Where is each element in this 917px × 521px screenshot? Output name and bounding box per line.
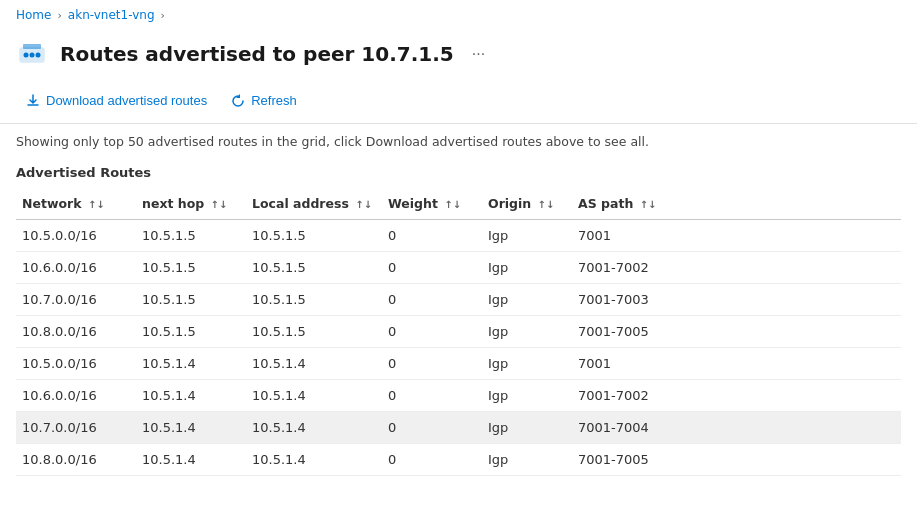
cell-local: 10.5.1.4: [246, 412, 382, 444]
section-title: Advertised Routes: [0, 159, 917, 188]
svg-point-3: [36, 53, 41, 58]
cell-network: 10.5.0.0/16: [16, 348, 136, 380]
table-body: 10.5.0.0/1610.5.1.510.5.1.50Igp700110.6.…: [16, 220, 901, 476]
cell-aspath: 7001-7003: [572, 284, 901, 316]
cell-local: 10.5.1.5: [246, 252, 382, 284]
cell-local: 10.5.1.5: [246, 316, 382, 348]
table-row[interactable]: 10.5.0.0/1610.5.1.510.5.1.50Igp7001: [16, 220, 901, 252]
cell-weight: 0: [382, 348, 482, 380]
cell-origin: Igp: [482, 252, 572, 284]
cell-nexthop: 10.5.1.5: [136, 252, 246, 284]
col-header-network[interactable]: Network ↑↓: [16, 188, 136, 220]
col-header-origin[interactable]: Origin ↑↓: [482, 188, 572, 220]
sort-icon-nexthop: ↑↓: [211, 199, 228, 210]
cell-aspath: 7001-7002: [572, 252, 901, 284]
cell-local: 10.5.1.5: [246, 284, 382, 316]
cell-network: 10.5.0.0/16: [16, 220, 136, 252]
cell-local: 10.5.1.4: [246, 348, 382, 380]
table-row[interactable]: 10.5.0.0/1610.5.1.410.5.1.40Igp7001: [16, 348, 901, 380]
cell-origin: Igp: [482, 316, 572, 348]
cell-origin: Igp: [482, 348, 572, 380]
cell-weight: 0: [382, 380, 482, 412]
cell-network: 10.8.0.0/16: [16, 316, 136, 348]
cell-origin: Igp: [482, 444, 572, 476]
col-header-nexthop[interactable]: next hop ↑↓: [136, 188, 246, 220]
cell-aspath: 7001-7005: [572, 444, 901, 476]
table-row[interactable]: 10.8.0.0/1610.5.1.410.5.1.40Igp7001-7005: [16, 444, 901, 476]
cell-network: 10.8.0.0/16: [16, 444, 136, 476]
download-advertised-routes-button[interactable]: Download advertised routes: [16, 88, 217, 113]
cell-weight: 0: [382, 284, 482, 316]
ellipsis-menu-button[interactable]: ···: [466, 43, 491, 65]
page-title: Routes advertised to peer 10.7.1.5: [60, 42, 454, 66]
cell-aspath: 7001-7002: [572, 380, 901, 412]
col-header-aspath[interactable]: AS path ↑↓: [572, 188, 901, 220]
cell-network: 10.7.0.0/16: [16, 412, 136, 444]
table-row[interactable]: 10.8.0.0/1610.5.1.510.5.1.50Igp7001-7005: [16, 316, 901, 348]
sort-icon-aspath: ↑↓: [640, 199, 657, 210]
table-row[interactable]: 10.7.0.0/1610.5.1.510.5.1.50Igp7001-7003: [16, 284, 901, 316]
cell-nexthop: 10.5.1.4: [136, 348, 246, 380]
cell-nexthop: 10.5.1.5: [136, 284, 246, 316]
cell-weight: 0: [382, 412, 482, 444]
info-text: Showing only top 50 advertised routes in…: [0, 124, 917, 159]
cell-aspath: 7001: [572, 220, 901, 252]
download-icon: [26, 94, 40, 108]
cell-origin: Igp: [482, 412, 572, 444]
cell-aspath: 7001-7005: [572, 316, 901, 348]
sort-icon-local: ↑↓: [355, 199, 372, 210]
table-row[interactable]: 10.7.0.0/1610.5.1.410.5.1.40Igp7001-7004: [16, 412, 901, 444]
cell-origin: Igp: [482, 380, 572, 412]
cell-network: 10.6.0.0/16: [16, 252, 136, 284]
cell-nexthop: 10.5.1.5: [136, 316, 246, 348]
breadcrumb: Home › akn-vnet1-vng ›: [0, 0, 917, 30]
svg-rect-4: [23, 44, 41, 49]
sort-icon-weight: ↑↓: [444, 199, 461, 210]
cell-nexthop: 10.5.1.4: [136, 412, 246, 444]
cell-aspath: 7001-7004: [572, 412, 901, 444]
cell-origin: Igp: [482, 220, 572, 252]
col-header-weight[interactable]: Weight ↑↓: [382, 188, 482, 220]
cell-weight: 0: [382, 220, 482, 252]
breadcrumb-resource[interactable]: akn-vnet1-vng: [68, 8, 155, 22]
col-header-local[interactable]: Local address ↑↓: [246, 188, 382, 220]
breadcrumb-sep1: ›: [57, 9, 61, 22]
cell-aspath: 7001: [572, 348, 901, 380]
cell-local: 10.5.1.4: [246, 444, 382, 476]
cell-weight: 0: [382, 316, 482, 348]
page-header: Routes advertised to peer 10.7.1.5 ···: [0, 30, 917, 82]
cell-weight: 0: [382, 444, 482, 476]
refresh-button[interactable]: Refresh: [221, 88, 307, 113]
vng-svg-icon: [18, 40, 46, 68]
table-row[interactable]: 10.6.0.0/1610.5.1.510.5.1.50Igp7001-7002: [16, 252, 901, 284]
table-row[interactable]: 10.6.0.0/1610.5.1.410.5.1.40Igp7001-7002: [16, 380, 901, 412]
refresh-icon: [231, 94, 245, 108]
cell-network: 10.6.0.0/16: [16, 380, 136, 412]
toolbar: Download advertised routes Refresh: [0, 82, 917, 124]
breadcrumb-sep2: ›: [161, 9, 165, 22]
cell-nexthop: 10.5.1.4: [136, 444, 246, 476]
sort-icon-network: ↑↓: [88, 199, 105, 210]
routes-table-container: Network ↑↓ next hop ↑↓ Local address ↑↓ …: [0, 188, 917, 476]
svg-point-2: [30, 53, 35, 58]
breadcrumb-home[interactable]: Home: [16, 8, 51, 22]
svg-point-1: [24, 53, 29, 58]
vng-icon: [16, 38, 48, 70]
table-header-row: Network ↑↓ next hop ↑↓ Local address ↑↓ …: [16, 188, 901, 220]
cell-nexthop: 10.5.1.5: [136, 220, 246, 252]
cell-local: 10.5.1.5: [246, 220, 382, 252]
cell-weight: 0: [382, 252, 482, 284]
cell-origin: Igp: [482, 284, 572, 316]
routes-table: Network ↑↓ next hop ↑↓ Local address ↑↓ …: [16, 188, 901, 476]
sort-icon-origin: ↑↓: [538, 199, 555, 210]
cell-nexthop: 10.5.1.4: [136, 380, 246, 412]
cell-local: 10.5.1.4: [246, 380, 382, 412]
cell-network: 10.7.0.0/16: [16, 284, 136, 316]
